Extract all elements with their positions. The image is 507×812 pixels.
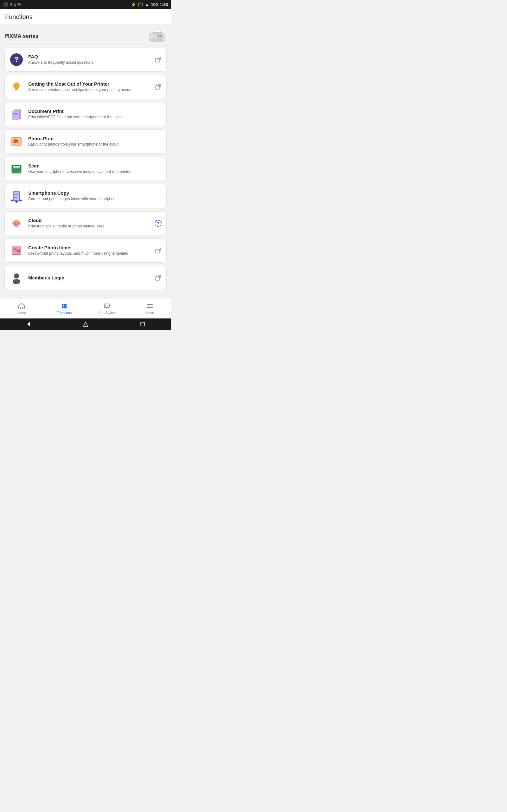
members-login-card[interactable]: Member's Login xyxy=(4,266,167,290)
scan-subtitle: Use your smartphone to receive images sc… xyxy=(28,169,152,174)
add-switch-icon xyxy=(103,302,111,310)
scan-title: Scan xyxy=(28,163,152,168)
svg-point-60 xyxy=(14,273,19,278)
create-photo-items-external-link-icon xyxy=(154,247,162,254)
menu-icon xyxy=(146,302,154,310)
svg-rect-6 xyxy=(154,30,160,32)
home-icon xyxy=(18,302,25,310)
photo-print-card[interactable]: Photo Print Easily print photos from you… xyxy=(4,130,167,154)
cloud-card[interactable]: Cloud Print from social media or photo s… xyxy=(4,211,167,235)
svg-rect-55 xyxy=(13,248,16,251)
status-bar: ⬛ ⬇ ℹ ✉ ⚡ 📳 ▲ 100 1:53 xyxy=(0,0,171,9)
recents-button[interactable] xyxy=(139,320,147,328)
svg-point-69 xyxy=(62,305,63,307)
create-photo-items-text: Create Photo Items Create/print photo la… xyxy=(28,245,152,256)
nav-home-label: Home xyxy=(17,311,26,315)
create-photo-items-subtitle: Create/print photo layouts, and much mor… xyxy=(28,251,152,256)
scan-card[interactable]: Scan Use your smartphone to receive imag… xyxy=(4,157,167,181)
svg-rect-12 xyxy=(15,89,18,90)
faq-title: FAQ xyxy=(28,54,152,59)
vibrate-icon: 📳 xyxy=(138,2,143,7)
svg-point-50 xyxy=(15,223,17,225)
photo-print-icon xyxy=(9,134,24,149)
photo-print-text: Photo Print Easily print photos from you… xyxy=(28,136,152,147)
cloud-text: Cloud Print from social media or photo s… xyxy=(28,217,152,229)
clock: 1:53 xyxy=(160,2,168,7)
nav-menu-label: Menu xyxy=(146,311,154,315)
svg-point-70 xyxy=(63,305,65,307)
svg-rect-20 xyxy=(12,111,19,120)
create-photo-items-icon xyxy=(9,243,24,258)
smartphone-copy-card[interactable]: Smartphone Copy Correct and print images… xyxy=(4,184,167,208)
members-login-icon xyxy=(9,270,24,285)
svg-marker-81 xyxy=(83,322,88,326)
smartphone-copy-text: Smartphone Copy Correct and print images… xyxy=(28,190,152,202)
create-photo-items-card[interactable]: Create Photo Items Create/print photo la… xyxy=(4,239,167,263)
faq-subtitle: Answers to frequently asked questions xyxy=(28,60,152,65)
svg-point-64 xyxy=(62,304,63,305)
android-nav-bar xyxy=(0,318,171,330)
members-login-external-link-icon xyxy=(154,274,162,282)
faq-icon: ? xyxy=(9,52,24,67)
bottom-nav: Home Functions xyxy=(0,298,171,318)
svg-marker-80 xyxy=(27,322,30,326)
wifi-icon: ▲ xyxy=(145,2,149,7)
nav-add-switch-label: Add/Switch xyxy=(98,311,116,315)
printer-icon xyxy=(148,29,167,43)
main-content: PIXMA series xyxy=(0,24,171,298)
create-photo-items-title: Create Photo Items xyxy=(28,245,152,250)
nav-item-home[interactable]: Home xyxy=(0,299,43,318)
document-print-subtitle: Print Office/PDF files from your smartph… xyxy=(28,114,152,120)
smartphone-copy-action xyxy=(154,192,162,200)
svg-text:?: ? xyxy=(157,221,159,226)
svg-rect-82 xyxy=(141,322,145,326)
svg-line-16 xyxy=(14,83,14,84)
svg-point-61 xyxy=(13,279,20,284)
members-login-title: Member's Login xyxy=(28,275,152,281)
members-login-text: Member's Login xyxy=(28,275,152,281)
section-title: PIXMA series xyxy=(4,33,38,39)
getting-most-text: Getting the Most Out of Your Printer See… xyxy=(28,81,152,93)
svg-point-28 xyxy=(17,141,19,143)
svg-text:?: ? xyxy=(14,55,18,63)
scan-icon xyxy=(9,161,24,176)
document-print-text: Document Print Print Office/PDF files fr… xyxy=(28,108,152,120)
document-print-title: Document Print xyxy=(28,108,152,114)
scan-action xyxy=(154,165,162,172)
svg-point-68 xyxy=(63,304,65,305)
svg-point-4 xyxy=(158,36,159,37)
home-button[interactable] xyxy=(82,320,89,328)
svg-point-67 xyxy=(65,307,66,309)
smartphone-copy-icon xyxy=(9,189,24,203)
nav-item-functions[interactable]: Functions xyxy=(43,299,86,318)
screenshot-icon: ⬛ xyxy=(3,2,8,7)
status-bar-right: ⚡ 📳 ▲ 100 1:53 xyxy=(131,2,168,7)
cloud-title: Cloud xyxy=(28,217,152,223)
svg-line-15 xyxy=(19,83,19,84)
faq-card[interactable]: ? FAQ Answers to frequently asked questi… xyxy=(4,48,167,72)
svg-point-26 xyxy=(14,139,16,141)
svg-point-72 xyxy=(63,307,65,309)
faq-external-link-icon xyxy=(154,56,162,63)
cloud-icon xyxy=(9,216,24,231)
document-print-icon xyxy=(9,107,24,121)
alert-icon: ℹ xyxy=(14,2,16,7)
nav-item-add-switch[interactable]: Add/Switch xyxy=(86,299,128,318)
page-header: Functions xyxy=(0,9,171,24)
battery-indicator: 100 xyxy=(151,2,158,7)
bluetooth-icon: ⚡ xyxy=(131,2,136,7)
faq-text: FAQ Answers to frequently asked question… xyxy=(28,54,152,65)
getting-most-icon xyxy=(9,80,24,94)
back-button[interactable] xyxy=(25,320,32,328)
svg-point-65 xyxy=(65,304,66,305)
getting-most-card[interactable]: Getting the Most Out of Your Printer See… xyxy=(4,75,167,99)
document-print-card[interactable]: Document Print Print Office/PDF files fr… xyxy=(4,102,167,126)
svg-point-66 xyxy=(62,307,63,309)
nav-item-menu[interactable]: Menu xyxy=(128,299,171,318)
cloud-help-icon[interactable]: ? xyxy=(154,219,162,227)
download-icon: ⬇ xyxy=(9,2,13,7)
functions-icon xyxy=(60,302,68,310)
smartphone-copy-subtitle: Correct and print images taken with your… xyxy=(28,196,152,202)
photo-print-title: Photo Print xyxy=(28,136,152,141)
getting-most-subtitle: See recommended apps and tips to meet yo… xyxy=(28,87,152,93)
